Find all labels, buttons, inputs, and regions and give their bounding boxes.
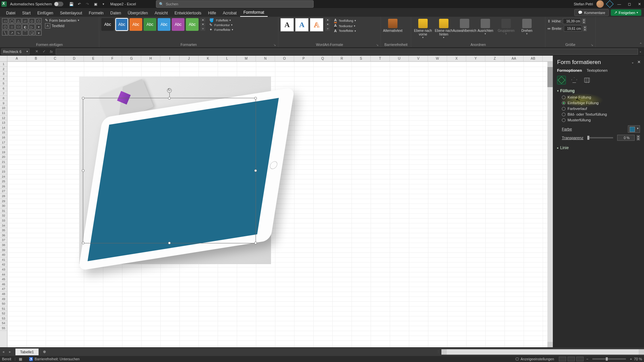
scroll-left-icon[interactable]: ◂	[441, 349, 447, 355]
tab-acrobat[interactable]: Acrobat	[219, 9, 240, 17]
zoom-in-button[interactable]: +	[630, 357, 632, 361]
shape-cell[interactable]: ⬠	[36, 18, 42, 23]
shape-cell[interactable]: ⬡	[2, 24, 8, 29]
shape-outline-button[interactable]: ✎Formkontur▾	[209, 23, 233, 27]
row-header[interactable]: 26	[0, 184, 7, 189]
pane-close-icon[interactable]: ✕	[637, 60, 641, 64]
dialog-launcher-icon[interactable]: ↘	[591, 43, 593, 47]
resize-handle[interactable]	[82, 97, 85, 100]
shape-style-swatch[interactable]: Abc	[144, 18, 156, 31]
pane-collapse-icon[interactable]: ⌄	[631, 60, 634, 64]
shape-cell[interactable]: ◐	[22, 24, 28, 29]
transparency-input[interactable]	[617, 135, 635, 141]
select-all-cell[interactable]	[0, 56, 7, 62]
column-header[interactable]: K	[199, 56, 218, 61]
row-header[interactable]: 14	[0, 125, 7, 130]
column-header[interactable]: W	[428, 56, 447, 61]
zoom-thumb[interactable]	[606, 357, 608, 361]
view-page-layout-button[interactable]	[568, 357, 575, 361]
row-header[interactable]: 52	[0, 311, 7, 316]
view-normal-button[interactable]	[559, 357, 566, 361]
zoom-slider[interactable]	[592, 358, 626, 360]
row-header[interactable]: 41	[0, 257, 7, 262]
height-input[interactable]	[563, 18, 581, 24]
radio-gradient-fill[interactable]: Farbverlauf	[562, 107, 640, 111]
column-header[interactable]: E	[84, 56, 103, 61]
collapse-ribbon-icon[interactable]: ⌃	[639, 42, 642, 46]
row-header[interactable]: 17	[0, 140, 7, 145]
resize-handle[interactable]	[82, 242, 85, 244]
wordart-swatch[interactable]: A	[295, 18, 309, 32]
column-header[interactable]: F	[103, 56, 122, 61]
radio-no-fill[interactable]: Keine Füllung	[562, 95, 640, 99]
column-header[interactable]: T	[371, 56, 390, 61]
rotation-handle[interactable]	[167, 88, 172, 93]
row-header[interactable]: 36	[0, 233, 7, 238]
accessibility-status[interactable]: Barrierefreiheit: Untersuchen	[35, 357, 79, 361]
search-input[interactable]: 🔍 Suchen	[156, 0, 314, 8]
column-header[interactable]: S	[352, 56, 371, 61]
shape-cell[interactable]: △	[15, 18, 21, 23]
style-gallery-nav[interactable]: ▴▾▿	[201, 18, 205, 31]
save-icon[interactable]: 💾	[68, 1, 75, 7]
row-header[interactable]: 47	[0, 287, 7, 292]
shape-cell[interactable]: ◇	[29, 18, 35, 23]
row-header[interactable]: 22	[0, 164, 7, 169]
row-header[interactable]: 44	[0, 272, 7, 277]
tab-formformat[interactable]: Formformat	[240, 9, 268, 17]
namebox-chevron-icon[interactable]: ▾	[26, 50, 28, 53]
row-header[interactable]: 32	[0, 213, 7, 218]
effects-tab-icon[interactable]	[570, 76, 579, 84]
radio-picture-fill[interactable]: Bild- oder Texturfüllung	[562, 112, 640, 116]
resize-handle[interactable]	[168, 242, 171, 244]
tab-daten[interactable]: Daten	[107, 9, 124, 17]
tab-hilfe[interactable]: Hilfe	[205, 9, 219, 17]
fill-color-picker[interactable]	[628, 125, 640, 133]
shape-style-swatch[interactable]: Abc	[129, 18, 142, 31]
fill-line-tab-icon[interactable]	[557, 76, 566, 84]
bring-forward-button[interactable]: Ebene nach vorne▾	[413, 18, 433, 39]
column-header[interactable]: O	[275, 56, 294, 61]
autosave-toggle[interactable]	[54, 2, 63, 6]
tab-start[interactable]: Start	[19, 9, 34, 17]
undo-icon[interactable]: ↶	[76, 1, 83, 7]
shape-style-swatch[interactable]: Abc	[158, 18, 170, 31]
size-tab-icon[interactable]	[583, 76, 591, 84]
resize-handle[interactable]	[254, 169, 257, 172]
text-effects-button[interactable]: ATexteffekte▾	[334, 29, 356, 33]
shape-cell[interactable]: ▾	[36, 30, 42, 36]
resize-handle[interactable]	[168, 97, 171, 100]
qat-overflow-icon[interactable]: ▾	[100, 1, 107, 7]
shape-cell[interactable]: ▭	[2, 18, 8, 23]
column-header[interactable]: M	[237, 56, 256, 61]
shape-style-swatch[interactable]: Abc	[186, 18, 199, 31]
shape-style-swatch[interactable]: Abc	[101, 18, 114, 31]
tab-seitenlayout[interactable]: Seitenlayout	[57, 9, 86, 17]
column-header[interactable]: I	[160, 56, 179, 61]
row-header[interactable]: 12	[0, 116, 7, 121]
resize-handle[interactable]	[82, 169, 85, 172]
tab-entwicklertools[interactable]: Entwicklertools	[171, 9, 205, 17]
vertical-scrollbar[interactable]: ▴ ▾	[547, 62, 553, 347]
row-header[interactable]: 39	[0, 248, 7, 253]
edit-shape-button[interactable]: ✎ Form bearbeiten ▾	[45, 18, 79, 22]
column-header[interactable]: AB	[524, 56, 543, 61]
row-header[interactable]: 55	[0, 326, 7, 331]
shape-cell[interactable]: ☆	[9, 24, 15, 29]
selected-shape[interactable]	[83, 98, 256, 243]
minimize-button[interactable]: —	[616, 1, 623, 7]
row-header[interactable]: 25	[0, 179, 7, 184]
column-header[interactable]: A	[7, 56, 26, 61]
row-header[interactable]: 4	[0, 76, 7, 81]
row-header[interactable]: 19	[0, 150, 7, 155]
expand-formula-bar-icon[interactable]: ⌄	[638, 50, 643, 53]
row-header[interactable]: 18	[0, 145, 7, 150]
shape-fill-button[interactable]: 🪣Fülleffekt▾	[209, 18, 233, 22]
sheet-nav-prev-icon[interactable]: ◂	[0, 350, 7, 354]
view-page-break-button[interactable]	[576, 357, 584, 361]
column-header[interactable]: V	[409, 56, 428, 61]
user-avatar[interactable]	[596, 0, 604, 8]
row-header[interactable]: 6	[0, 86, 7, 91]
dialog-launcher-icon[interactable]: ↘	[376, 43, 379, 47]
resize-handle[interactable]	[254, 97, 257, 100]
